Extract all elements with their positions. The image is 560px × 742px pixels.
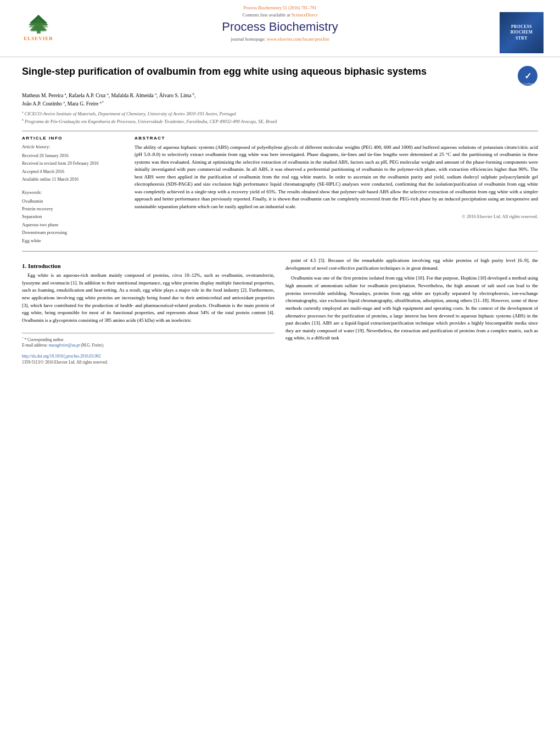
page: Process Biochemistry 51 (2016) 781–791 E…	[0, 0, 560, 742]
header-divider	[22, 131, 538, 131]
history-label: Article history:	[22, 144, 124, 149]
body-divider	[22, 251, 538, 252]
sciencedirect-link[interactable]: ScienceDirect	[292, 12, 318, 18]
svg-text:✓: ✓	[524, 71, 531, 81]
crossmark-section: ✓ CrossMark	[517, 65, 538, 87]
date-accepted: Accepted 4 March 2016	[22, 168, 124, 176]
copyright-line: © 2016 Elsevier Ltd. All rights reserved…	[135, 214, 538, 219]
intro-section-title: 1. Introduction	[22, 263, 275, 269]
journal-header-center: Contents lists available at ScienceDirec…	[60, 12, 500, 42]
date-revised: Received in revised form 29 February 201…	[22, 160, 124, 168]
elsevier-tree-icon	[24, 14, 54, 35]
elsevier-text: ELSEVIER	[24, 36, 53, 41]
intro-text-left: Egg white is an aqueous-rich medium main…	[22, 272, 275, 324]
footnote-corresponding: * * Corresponding author.	[22, 336, 275, 343]
title-section: Single-step purification of ovalbumin fr…	[22, 65, 538, 87]
journal-logo-text: PROCESSBIOCHEMSTRY	[511, 24, 533, 42]
elsevier-logo: ELSEVIER	[16, 12, 60, 42]
journal-logo-box-section: PROCESSBIOCHEMSTRY	[500, 12, 544, 53]
body-left-col: 1. Introduction Egg white is an aqueous-…	[22, 257, 275, 365]
footnote-issn: 1359-5113/© 2016 Elsevier Ltd. All right…	[22, 359, 275, 365]
intro-para-2: point of 4.5 [5]. Because of the remarka…	[285, 257, 538, 272]
affiliations-block: a CICECO-Aveiro Institute of Materials, …	[22, 110, 538, 125]
article-title: Single-step purification of ovalbumin fr…	[22, 65, 512, 78]
homepage-url[interactable]: www.elsevier.com/locate/procbio	[267, 36, 329, 42]
affiliation-a: a CICECO-Aveiro Institute of Materials, …	[22, 110, 538, 118]
date-online: Available online 11 March 2016	[22, 176, 124, 183]
journal-title: Process Biochemistry	[71, 20, 489, 34]
abstract-header: ABSTRACT	[135, 136, 538, 141]
article-number: Process Biochemistry 51 (2016) 781–791	[244, 5, 317, 10]
crossmark-icon: ✓ CrossMark	[517, 65, 538, 86]
keyword-5: Downstream processing	[22, 228, 124, 236]
elsevier-logo-section: ELSEVIER	[16, 12, 60, 42]
keyword-4: Aqueous two phase	[22, 221, 124, 228]
author-matheus: Matheus M. Pereira a, Rafaela A.P. Cruz …	[22, 93, 195, 98]
article-info-abstract-cols: ARTICLE INFO Article history: Received 2…	[22, 136, 538, 244]
author-joao: João A.P. Coutinho a, Mara G. Freire a,*	[22, 101, 104, 107]
affiliation-b: b Programa de Pós-Graduação em Engenhari…	[22, 118, 538, 125]
intro-para-1: Egg white is an aqueous-rich medium main…	[22, 272, 275, 324]
contents-line: Contents lists available at ScienceDirec…	[71, 12, 489, 18]
keywords-label: Keywords:	[22, 189, 124, 195]
keyword-2: Protein recovery	[22, 205, 124, 213]
abstract-col: ABSTRACT The ability of aqueous biphasic…	[135, 136, 538, 244]
article-info-col: ARTICLE INFO Article history: Received 2…	[22, 136, 124, 244]
footnote-email: E-mail address: maragfreire@ua.pt (M.G. …	[22, 342, 275, 348]
intro-text-right: point of 4.5 [5]. Because of the remarka…	[285, 257, 538, 342]
date-received: Received 20 January 2016	[22, 152, 124, 160]
keyword-1: Ovalbumin	[22, 197, 124, 205]
footnote-email-address[interactable]: maragfreire@ua.pt	[49, 343, 80, 348]
article-info-header: ARTICLE INFO	[22, 136, 124, 141]
intro-para-3: Ovalbumin was one of the first proteins …	[285, 275, 538, 342]
keyword-3: Separation	[22, 213, 124, 220]
abstract-paragraph: The ability of aqueous biphasic systems …	[135, 144, 538, 211]
authors-line: Matheus M. Pereira a, Rafaela A.P. Cruz …	[22, 92, 538, 108]
keyword-6: Egg white	[22, 237, 124, 244]
journal-header: Process Biochemistry 51 (2016) 781–791 E…	[0, 0, 560, 57]
article-dates: Received 20 January 2016 Received in rev…	[22, 152, 124, 184]
article-container: Single-step purification of ovalbumin fr…	[0, 57, 560, 373]
keywords-section: Keywords: Ovalbumin Protein recovery Sep…	[22, 189, 124, 245]
doi-link[interactable]: http://dx.doi.org/10.1016/j.procbio.2016…	[22, 354, 100, 359]
footnote-doi: http://dx.doi.org/10.1016/j.procbio.2016…	[22, 353, 275, 359]
svg-text:CrossMark: CrossMark	[522, 82, 534, 85]
body-content: 1. Introduction Egg white is an aqueous-…	[22, 257, 538, 365]
footnote-section: * * Corresponding author. E-mail address…	[22, 333, 275, 366]
abstract-text: The ability of aqueous biphasic systems …	[135, 144, 538, 211]
body-right-col: point of 4.5 [5]. Because of the remarka…	[285, 257, 538, 365]
homepage-line: journal homepage: www.elsevier.com/locat…	[71, 36, 489, 42]
journal-logo-box: PROCESSBIOCHEMSTRY	[500, 12, 544, 53]
